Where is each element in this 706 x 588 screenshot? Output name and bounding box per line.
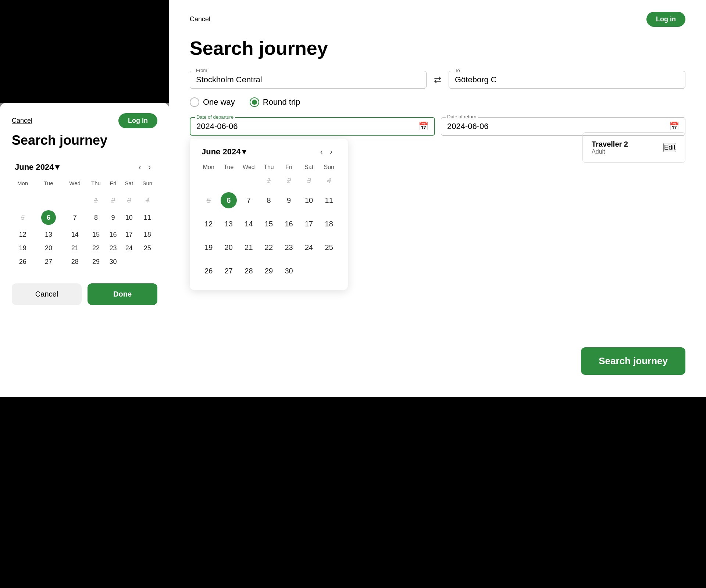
dropdown-cal-day[interactable]: 24 bbox=[299, 236, 319, 259]
one-way-option[interactable]: One way bbox=[190, 97, 235, 107]
left-cal-day[interactable]: 1 bbox=[86, 194, 106, 207]
left-cancel-button[interactable]: Cancel bbox=[12, 117, 32, 125]
right-cancel-button[interactable]: Cancel bbox=[190, 15, 210, 23]
round-trip-radio[interactable] bbox=[250, 97, 259, 107]
left-cal-day[interactable]: 20 bbox=[33, 241, 63, 255]
left-cal-day[interactable]: 24 bbox=[121, 241, 138, 255]
left-cal-day[interactable]: 17 bbox=[121, 228, 138, 241]
dropdown-chevron-down-icon: ▾ bbox=[242, 147, 246, 157]
round-trip-option[interactable]: Round trip bbox=[250, 97, 300, 107]
left-bottom-cancel-button[interactable]: Cancel bbox=[12, 283, 82, 305]
left-cal-grid: Mon Tue Wed Thu Fri Sat Sun 123456789101… bbox=[12, 179, 157, 269]
left-cal-day[interactable]: 19 bbox=[12, 241, 33, 255]
left-cal-day[interactable]: 6 bbox=[33, 207, 63, 228]
left-cal-day[interactable]: 14 bbox=[64, 228, 86, 241]
dropdown-cal-day[interactable]: 13 bbox=[219, 212, 239, 236]
dropdown-cal-day[interactable]: 30 bbox=[279, 259, 299, 283]
from-field[interactable]: From Stockholm Central bbox=[190, 71, 427, 89]
left-cal-day bbox=[121, 188, 138, 194]
left-cal-day[interactable]: 23 bbox=[106, 241, 121, 255]
left-cal-prev-button[interactable]: ‹ bbox=[135, 161, 145, 173]
left-cal-day[interactable]: 7 bbox=[64, 207, 86, 228]
dropdown-cal-day[interactable]: 7 bbox=[239, 189, 259, 212]
dropdown-cal-day[interactable]: 18 bbox=[319, 212, 339, 236]
left-cal-day bbox=[138, 188, 157, 194]
dropdown-cal-day[interactable]: 27 bbox=[219, 259, 239, 283]
traveller-edit-button[interactable]: Edit bbox=[663, 143, 676, 152]
left-cal-day bbox=[86, 188, 106, 194]
left-cal-dow-fri: Fri bbox=[106, 179, 121, 188]
dropdown-cal-day[interactable]: 4 bbox=[319, 173, 339, 189]
dropdown-dow-thu: Thu bbox=[259, 162, 279, 173]
departure-date-field[interactable]: Date of departure 2024-06-06 📅 bbox=[190, 117, 435, 136]
left-login-button[interactable]: Log in bbox=[118, 113, 157, 128]
dropdown-cal-day[interactable]: 19 bbox=[199, 236, 219, 259]
swap-button[interactable]: ⇄ bbox=[431, 72, 444, 88]
dropdown-cal-day[interactable]: 5 bbox=[199, 189, 219, 212]
dropdown-cal-day[interactable]: 16 bbox=[279, 212, 299, 236]
dropdown-cal-day[interactable]: 6 bbox=[219, 189, 239, 212]
left-bottom-buttons: Cancel Done bbox=[12, 275, 157, 314]
from-label: From bbox=[195, 68, 208, 73]
search-journey-button[interactable]: Search journey bbox=[581, 347, 685, 375]
left-cal-day[interactable]: 8 bbox=[86, 207, 106, 228]
left-cal-day[interactable]: 9 bbox=[106, 207, 121, 228]
one-way-radio[interactable] bbox=[190, 97, 199, 107]
left-cal-day[interactable]: 18 bbox=[138, 228, 157, 241]
left-cal-day bbox=[64, 188, 86, 194]
dropdown-cal-day[interactable]: 17 bbox=[299, 212, 319, 236]
left-cal-day[interactable]: 10 bbox=[121, 207, 138, 228]
left-cal-day[interactable]: 29 bbox=[86, 255, 106, 269]
dropdown-cal-day[interactable]: 25 bbox=[319, 236, 339, 259]
left-done-button[interactable]: Done bbox=[88, 283, 157, 305]
dropdown-cal-day[interactable]: 14 bbox=[239, 212, 259, 236]
left-cal-day[interactable]: 12 bbox=[12, 228, 33, 241]
dropdown-cal-day[interactable]: 2 bbox=[279, 173, 299, 189]
left-cal-day[interactable]: 15 bbox=[86, 228, 106, 241]
dropdown-cal-day[interactable]: 9 bbox=[279, 189, 299, 212]
right-panel: Cancel Log in Search journey From Stockh… bbox=[169, 0, 706, 397]
left-cal-day[interactable]: 30 bbox=[106, 255, 121, 269]
dropdown-cal-day[interactable]: 11 bbox=[319, 189, 339, 212]
dropdown-cal-day[interactable]: 21 bbox=[239, 236, 259, 259]
dropdown-cal-day[interactable]: 23 bbox=[279, 236, 299, 259]
traveller-box: Traveller 2 Adult Edit bbox=[582, 132, 685, 163]
dropdown-cal-month[interactable]: June 2024 ▾ bbox=[202, 147, 246, 157]
to-field[interactable]: To Göteborg C bbox=[449, 71, 685, 89]
left-cal-day[interactable]: 25 bbox=[138, 241, 157, 255]
dropdown-cal-day[interactable]: 1 bbox=[259, 173, 279, 189]
left-cal-day[interactable]: 21 bbox=[64, 241, 86, 255]
left-cal-day[interactable]: 11 bbox=[138, 207, 157, 228]
dropdown-cal-day[interactable]: 12 bbox=[199, 212, 219, 236]
dropdown-cal-day[interactable]: 29 bbox=[259, 259, 279, 283]
left-cal-day bbox=[138, 255, 157, 269]
chevron-down-icon: ▾ bbox=[55, 162, 59, 172]
left-cal-day[interactable]: 27 bbox=[33, 255, 63, 269]
left-cal-day[interactable]: 26 bbox=[12, 255, 33, 269]
left-cal-day[interactable]: 4 bbox=[138, 194, 157, 207]
left-cal-day[interactable]: 5 bbox=[12, 207, 33, 228]
left-cal-month[interactable]: June 2024 ▾ bbox=[15, 162, 59, 172]
left-cal-next-button[interactable]: › bbox=[145, 161, 154, 173]
dropdown-cal-next-button[interactable]: › bbox=[326, 146, 336, 157]
dropdown-cal-day[interactable]: 20 bbox=[219, 236, 239, 259]
left-cal-day[interactable]: 3 bbox=[121, 194, 138, 207]
left-search-title: Search journey bbox=[12, 133, 157, 148]
dropdown-cal-day[interactable]: 8 bbox=[259, 189, 279, 212]
left-cal-day[interactable]: 22 bbox=[86, 241, 106, 255]
dropdown-cal-grid: Mon Tue Wed Thu Fri Sat Sun 123456789101… bbox=[199, 162, 339, 283]
left-cal-day[interactable]: 28 bbox=[64, 255, 86, 269]
dropdown-cal-day[interactable]: 15 bbox=[259, 212, 279, 236]
left-cal-day[interactable]: 13 bbox=[33, 228, 63, 241]
dropdown-cal-day[interactable]: 22 bbox=[259, 236, 279, 259]
right-login-button[interactable]: Log in bbox=[646, 12, 685, 27]
dropdown-cal-day[interactable]: 3 bbox=[299, 173, 319, 189]
dropdown-cal-day[interactable]: 10 bbox=[299, 189, 319, 212]
left-cal-day[interactable]: 2 bbox=[106, 194, 121, 207]
dropdown-cal-day[interactable]: 26 bbox=[199, 259, 219, 283]
left-top-dark bbox=[0, 0, 169, 103]
departure-date-value: 2024-06-06 bbox=[196, 122, 238, 131]
dropdown-cal-day[interactable]: 28 bbox=[239, 259, 259, 283]
left-cal-day[interactable]: 16 bbox=[106, 228, 121, 241]
dropdown-cal-prev-button[interactable]: ‹ bbox=[317, 146, 327, 157]
